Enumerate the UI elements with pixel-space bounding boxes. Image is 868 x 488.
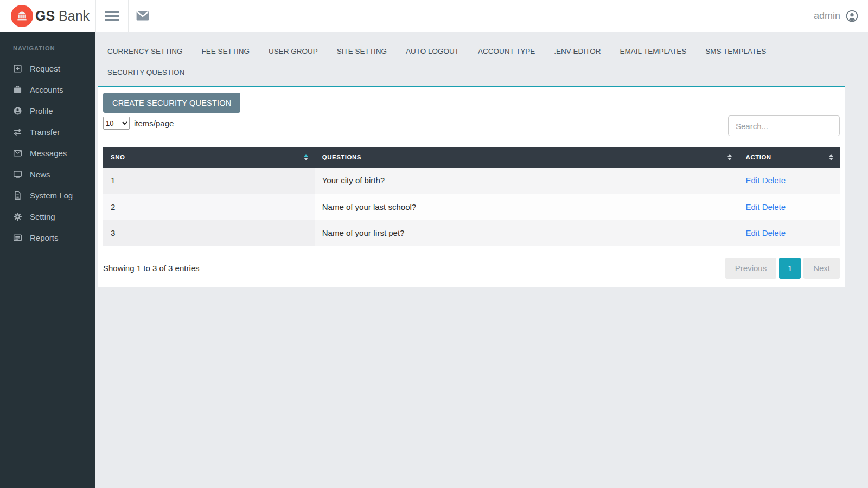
sidebar-item-label: System Log	[30, 191, 73, 200]
tab-email-templates[interactable]: EMAIL TEMPLATES	[620, 41, 686, 62]
sidebar-item-transfer[interactable]: Transfer	[0, 121, 95, 143]
items-per-page-label: items/page	[134, 119, 174, 128]
next-page-button[interactable]: Next	[803, 258, 840, 279]
sidebar: NAVIGATION RequestAccountsProfileTransfe…	[0, 32, 95, 488]
sidebar-item-accounts[interactable]: Accounts	[0, 79, 95, 100]
sidebar-item-label: Setting	[30, 212, 55, 221]
cell-actions: Edit Delete	[738, 220, 840, 246]
column-header-questions[interactable]: QUESTIONS	[315, 147, 738, 168]
user-circle-icon	[13, 106, 22, 115]
user-menu[interactable]: admin	[814, 0, 858, 32]
user-name: admin	[814, 10, 840, 22]
items-per-page-select[interactable]: 10	[103, 117, 130, 130]
tab-security-question[interactable]: SECURITY QUESTION	[107, 62, 184, 83]
cell-actions: Edit Delete	[738, 168, 840, 194]
tab-row-2: SECURITY QUESTION	[107, 62, 845, 83]
bank-building-icon	[11, 5, 33, 27]
delete-link[interactable]: Delete	[762, 202, 786, 211]
column-header-label: ACTION	[746, 154, 771, 160]
sidebar-item-setting[interactable]: Setting	[0, 206, 95, 227]
table-row: 1Your city of birth?Edit Delete	[103, 168, 840, 194]
delete-link[interactable]: Delete	[762, 176, 786, 185]
tab-sms-templates[interactable]: SMS TEMPLATES	[705, 41, 766, 62]
edit-link[interactable]: Edit	[746, 228, 760, 237]
edit-link[interactable]: Edit	[746, 202, 760, 211]
sidebar-item-profile[interactable]: Profile	[0, 100, 95, 121]
briefcase-icon	[13, 85, 22, 94]
tab-row-1: CURRENCY SETTINGFEE SETTINGUSER GROUPSIT…	[107, 41, 845, 62]
sidebar-item-news[interactable]: News	[0, 164, 95, 185]
transfer-arrows-icon	[13, 127, 22, 137]
sidebar-item-label: Accounts	[30, 85, 63, 94]
tab-env-editor[interactable]: .ENV-EDITOR	[554, 41, 601, 62]
sidebar-item-label: Profile	[30, 106, 53, 115]
search-input[interactable]	[728, 115, 840, 136]
envelope-icon[interactable]	[135, 9, 151, 23]
monitor-icon	[13, 170, 22, 179]
table-header-row: SNOQUESTIONSACTION	[103, 147, 840, 168]
column-header-action[interactable]: ACTION	[738, 147, 840, 168]
sidebar-item-label: News	[30, 170, 50, 179]
document-icon	[13, 191, 22, 200]
cell-question: Your city of birth?	[315, 168, 738, 194]
page-1-button[interactable]: 1	[779, 258, 801, 279]
sort-icon	[304, 154, 308, 160]
pagination: Previous 1 Next	[725, 258, 840, 279]
tab-auto-logout[interactable]: AUTO LOGOUT	[406, 41, 459, 62]
sort-icon	[727, 154, 732, 160]
security-questions-table: SNOQUESTIONSACTION 1Your city of birth?E…	[103, 147, 840, 246]
list-icon	[13, 233, 22, 242]
entries-summary: Showing 1 to 3 of 3 entries	[103, 264, 200, 273]
brand-name: GS Bank	[35, 8, 90, 24]
edit-link[interactable]: Edit	[746, 176, 760, 185]
column-header-label: SNO	[111, 154, 125, 160]
sidebar-item-system-log[interactable]: System Log	[0, 185, 95, 206]
envelope-icon	[13, 149, 22, 158]
app-header: GS Bank admin	[0, 0, 868, 32]
gear-icon	[13, 212, 22, 221]
table-row: 3Name of your first pet?Edit Delete	[103, 220, 840, 246]
sidebar-section-label: NAVIGATION	[0, 32, 95, 58]
settings-tab-bar: CURRENCY SETTINGFEE SETTINGUSER GROUPSIT…	[98, 32, 845, 87]
plus-square-icon	[13, 64, 22, 73]
cell-question: Name of your first pet?	[315, 220, 738, 246]
table-row: 2Name of your last school?Edit Delete	[103, 194, 840, 220]
previous-page-button[interactable]: Previous	[725, 258, 776, 279]
column-header-sno[interactable]: SNO	[103, 147, 315, 168]
sidebar-item-label: Messages	[30, 149, 67, 158]
hamburger-icon[interactable]	[96, 0, 128, 32]
sidebar-item-label: Transfer	[30, 127, 60, 137]
table-body: 1Your city of birth?Edit Delete2Name of …	[103, 168, 840, 246]
column-header-label: QUESTIONS	[322, 154, 361, 160]
tab-user-group[interactable]: USER GROUP	[269, 41, 318, 62]
cell-sno: 3	[103, 220, 315, 246]
sidebar-nav: RequestAccountsProfileTransferMessagesNe…	[0, 58, 95, 248]
cell-sno: 2	[103, 194, 315, 220]
create-security-question-button[interactable]: CREATE SECURITY QUESTION	[103, 93, 240, 113]
sidebar-item-label: Request	[30, 64, 60, 73]
tab-currency-setting[interactable]: CURRENCY SETTING	[107, 41, 183, 62]
header-divider	[128, 0, 129, 32]
sidebar-item-request[interactable]: Request	[0, 58, 95, 79]
sidebar-item-label: Reports	[30, 233, 59, 242]
cell-actions: Edit Delete	[738, 194, 840, 220]
sort-icon	[829, 154, 833, 160]
tab-account-type[interactable]: ACCOUNT TYPE	[478, 41, 535, 62]
content-card: CREATE SECURITY QUESTION 10 items/page S…	[98, 87, 845, 287]
delete-link[interactable]: Delete	[762, 228, 786, 237]
cell-sno: 1	[103, 168, 315, 194]
sidebar-item-messages[interactable]: Messages	[0, 143, 95, 164]
sidebar-item-reports[interactable]: Reports	[0, 227, 95, 248]
cell-question: Name of your last school?	[315, 194, 738, 220]
tab-fee-setting[interactable]: FEE SETTING	[202, 41, 250, 62]
brand-logo[interactable]: GS Bank	[0, 0, 95, 32]
tab-site-setting[interactable]: SITE SETTING	[337, 41, 387, 62]
user-circle-icon	[846, 10, 858, 22]
